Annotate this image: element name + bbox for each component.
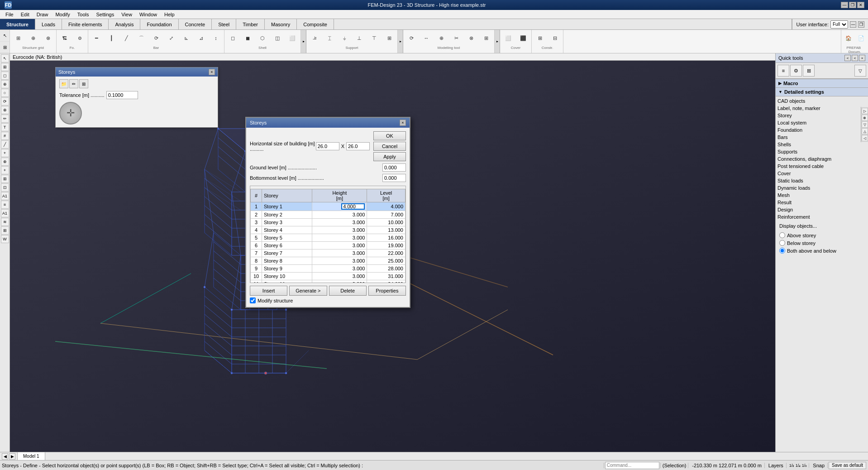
- qt-btn-3[interactable]: ⊞: [803, 65, 815, 77]
- toolbar-constr-2[interactable]: ⊟: [548, 31, 562, 45]
- toolbar-bar-4[interactable]: ⌒: [134, 31, 148, 45]
- left-tool-15[interactable]: ⊞: [1, 175, 9, 183]
- horizontal-size-x-input[interactable]: [316, 142, 339, 150]
- right-edge-btn-4[interactable]: △: [862, 128, 868, 134]
- left-tool-17[interactable]: A1: [1, 192, 9, 200]
- toolbar-model-4[interactable]: ✂: [449, 31, 463, 45]
- tab-composite[interactable]: Composite: [297, 19, 334, 29]
- menu-draw[interactable]: Draw: [33, 11, 52, 18]
- storeys-table-container[interactable]: # Storey Height[m] Level[m] 1Storey 14.0…: [250, 186, 406, 283]
- tab-analysis[interactable]: Analysis: [109, 19, 140, 29]
- toolbar-shell-4[interactable]: ◫: [270, 31, 285, 45]
- storey-height-input[interactable]: [341, 203, 365, 210]
- menu-window[interactable]: Window: [136, 11, 161, 18]
- tab-concrete[interactable]: Concrete: [179, 19, 212, 29]
- toolbar-model-5[interactable]: ⊗: [464, 31, 478, 45]
- toolbar-model-1[interactable]: ⟳: [404, 31, 419, 45]
- left-tool-10[interactable]: #: [1, 132, 9, 140]
- modify-structure-checkbox[interactable]: [250, 297, 256, 303]
- sidebar-item-foundation[interactable]: Foundation: [776, 126, 868, 134]
- restore-button[interactable]: ❐: [849, 2, 856, 8]
- left-tool-20[interactable]: ≋: [1, 218, 9, 226]
- minimize-button[interactable]: —: [841, 2, 848, 8]
- sidebar-item-connections[interactable]: Connections, diaphragm: [776, 155, 868, 163]
- tab-foundation[interactable]: Foundation: [140, 19, 178, 29]
- tab-model-1[interactable]: Model 1: [18, 452, 45, 460]
- tab-masonry[interactable]: Masonry: [265, 19, 297, 29]
- storeys-panel-title[interactable]: Storeys ×: [56, 67, 218, 77]
- left-tool-5[interactable]: ○: [1, 89, 9, 97]
- panel-tool-edit[interactable]: ✏: [69, 79, 78, 88]
- sidebar-item-bars[interactable]: Bars: [776, 134, 868, 141]
- radio-below-storey[interactable]: [779, 240, 785, 246]
- toolbar-constr-1[interactable]: ⊞: [533, 31, 547, 45]
- toolbar-cover-2[interactable]: ⬛: [516, 31, 530, 45]
- table-row[interactable]: 10Storey 103.00031.000: [251, 273, 405, 280]
- save-as-default-button[interactable]: Save as default: [829, 462, 866, 469]
- dialog-title-bar[interactable]: Storeys ×: [246, 118, 410, 128]
- qt-btn-filter[interactable]: ▽: [854, 65, 866, 77]
- tab-timber[interactable]: Timber: [236, 19, 265, 29]
- table-row[interactable]: 11Storey 113.00034.000: [251, 280, 405, 283]
- generate-button[interactable]: Generate >: [289, 286, 327, 296]
- apply-button[interactable]: Apply: [373, 152, 406, 161]
- table-row[interactable]: 6Storey 63.00019.000: [251, 242, 405, 249]
- snap-label[interactable]: Snap: [810, 463, 828, 468]
- detailed-settings-section-header[interactable]: ▼ Detailed settings: [776, 88, 868, 96]
- left-tool-2[interactable]: ⊞: [1, 63, 9, 71]
- left-tool-12[interactable]: +: [1, 149, 9, 157]
- toolbar-cover-1[interactable]: ⬜: [501, 31, 515, 45]
- left-tool-3[interactable]: ◻: [1, 72, 9, 80]
- tab-steel[interactable]: Steel: [212, 19, 236, 29]
- sidebar-item-dynamic-loads[interactable]: Dynamic loads: [776, 184, 868, 192]
- table-row[interactable]: 9Storey 93.00028.000: [251, 265, 405, 273]
- tab-finite-elements[interactable]: Finite elements: [62, 19, 109, 29]
- right-edge-btn-1[interactable]: ▷: [862, 108, 868, 114]
- toolbar-shell-1[interactable]: ◻: [225, 31, 240, 45]
- storeys-panel-close[interactable]: ×: [209, 69, 215, 75]
- sidebar-item-cover[interactable]: Cover: [776, 170, 868, 177]
- menu-file[interactable]: File: [2, 11, 17, 18]
- toolbar-shell-3[interactable]: ⬡: [255, 31, 270, 45]
- left-tool-13[interactable]: ⊕: [1, 158, 9, 166]
- splitter-arrow-3[interactable]: ▸: [495, 30, 500, 53]
- tab-loads[interactable]: Loads: [35, 19, 62, 29]
- menu-help[interactable]: Help: [161, 11, 178, 18]
- ok-button[interactable]: OK: [373, 131, 406, 140]
- left-tool-6[interactable]: ⟳: [1, 97, 9, 106]
- toolbar-grid-3[interactable]: ⊗: [41, 31, 55, 45]
- qt-left[interactable]: <: [844, 55, 851, 61]
- left-tool-22[interactable]: W: [1, 235, 9, 243]
- table-row[interactable]: 1Storey 14.000: [251, 202, 405, 211]
- toolbar-support-2[interactable]: ⌶: [322, 31, 337, 45]
- table-row[interactable]: 2Storey 23.0007.000: [251, 211, 405, 219]
- toolbar-support-1[interactable]: ⫡: [307, 31, 322, 45]
- toolbar-grid-2[interactable]: ⊕: [26, 31, 40, 45]
- radio-above-storey[interactable]: [779, 232, 785, 238]
- menu-edit[interactable]: Edit: [17, 11, 33, 18]
- toolbar-bar-9[interactable]: ↕: [209, 31, 223, 45]
- cancel-button[interactable]: Cancel: [373, 142, 406, 151]
- toolbar-model-2[interactable]: ↔: [419, 31, 434, 45]
- toolbar-pointer[interactable]: ↖: [0, 30, 10, 42]
- close-button[interactable]: ✕: [857, 2, 864, 8]
- sidebar-item-reinforcement[interactable]: Reinforcement: [776, 213, 868, 221]
- toolbar-bar-3[interactable]: ╱: [119, 31, 134, 45]
- toolbar-support-5[interactable]: ⊤: [367, 31, 382, 45]
- left-tool-16[interactable]: ⊡: [1, 183, 9, 192]
- toolbar-support-4[interactable]: ⊥: [352, 31, 367, 45]
- radio-both-storeys[interactable]: [779, 248, 785, 254]
- ui-interface-select[interactable]: Full: [830, 20, 848, 29]
- sidebar-item-storey[interactable]: Storey: [776, 112, 868, 119]
- menu-settings[interactable]: Settings: [92, 11, 118, 18]
- sidebar-item-cad[interactable]: CAD objects: [776, 97, 868, 105]
- splitter-arrow-2[interactable]: ▸: [398, 30, 403, 53]
- menu-modify[interactable]: Modify: [52, 11, 73, 18]
- toolbar-bar-8[interactable]: ⊿: [194, 31, 208, 45]
- left-tool-8[interactable]: ✏: [1, 115, 9, 123]
- menu-tools[interactable]: Tools: [74, 11, 93, 18]
- horizontal-size-y-input[interactable]: [346, 142, 370, 150]
- insert-button[interactable]: Insert: [250, 286, 287, 296]
- toolbar-shell-5[interactable]: ⬜: [285, 31, 300, 45]
- toolbar-bar-6[interactable]: ⤢: [164, 31, 178, 45]
